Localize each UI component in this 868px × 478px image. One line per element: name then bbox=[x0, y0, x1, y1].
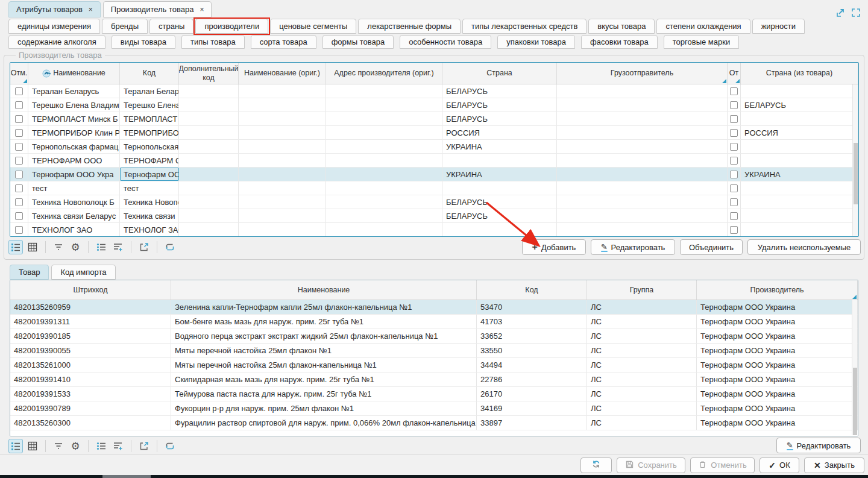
producer-row[interactable]: ТЕХНОЛОГ ЗАОТЕХНОЛОГ ЗАО bbox=[10, 223, 858, 237]
column-header[interactable]: Производитель bbox=[697, 280, 858, 300]
numbered-list-icon[interactable] bbox=[94, 240, 108, 254]
checkbox-cell[interactable] bbox=[10, 223, 28, 236]
producers-scrollbar[interactable] bbox=[852, 84, 858, 236]
column-header[interactable]: Страна (из товара) bbox=[741, 63, 858, 84]
column-header[interactable]: Код bbox=[120, 63, 179, 84]
column-header[interactable]: Группа bbox=[587, 280, 697, 300]
producer-row[interactable]: Техника связи БеларусТехника связиБЕЛАРУ… bbox=[10, 209, 858, 223]
settings-gear-icon[interactable]: ⚙ bbox=[68, 439, 83, 453]
tab-close-icon[interactable]: × bbox=[200, 5, 204, 14]
checkbox-cell[interactable] bbox=[728, 168, 741, 181]
row-checkbox[interactable] bbox=[730, 171, 738, 178]
checkbox-cell[interactable] bbox=[728, 140, 741, 153]
merge-button[interactable]: Объединить bbox=[680, 239, 743, 255]
column-header[interactable]: Код bbox=[477, 280, 587, 300]
ok-button[interactable]: ✓ОК bbox=[760, 458, 799, 473]
producer-row[interactable]: ТЕРМОПРИБОР Клин РТЕРМОПРИБОРРОССИЯРОССИ… bbox=[10, 126, 858, 140]
product-row[interactable]: 4820019391533Теймурова паста паста для н… bbox=[10, 387, 858, 401]
grid-view-icon[interactable] bbox=[25, 240, 40, 254]
checkbox-cell[interactable] bbox=[728, 112, 741, 125]
filter-icon[interactable] bbox=[51, 240, 66, 254]
row-checkbox[interactable] bbox=[15, 129, 23, 137]
column-header[interactable]: Отм. bbox=[10, 63, 28, 84]
checkbox-cell[interactable] bbox=[728, 181, 741, 195]
row-checkbox[interactable] bbox=[730, 101, 738, 109]
category-tab[interactable]: жирности bbox=[752, 19, 805, 34]
category-tab[interactable]: формы товара bbox=[322, 35, 394, 49]
row-checkbox[interactable] bbox=[730, 212, 738, 220]
checkbox-cell[interactable] bbox=[10, 140, 28, 153]
window-tab[interactable]: Атрибуты товаров× bbox=[8, 1, 101, 17]
row-checkbox[interactable] bbox=[15, 198, 23, 206]
checkbox-cell[interactable] bbox=[728, 98, 741, 112]
category-tab[interactable]: степени охлаждения bbox=[656, 19, 750, 34]
numbered-list-icon[interactable] bbox=[94, 439, 108, 453]
add-to-list-icon[interactable] bbox=[111, 439, 125, 453]
list-view-icon[interactable] bbox=[8, 240, 23, 254]
scrollbar-thumb[interactable] bbox=[854, 143, 858, 204]
producer-row[interactable]: Техника Новополоцк БТехника НовопоБЕЛАРУ… bbox=[10, 195, 858, 209]
checkbox-cell[interactable] bbox=[10, 84, 28, 98]
checkbox-cell[interactable] bbox=[10, 154, 28, 167]
add-button[interactable]: +Добавить bbox=[522, 239, 586, 255]
popout-icon[interactable] bbox=[835, 8, 845, 17]
category-tab[interactable]: торговые марки bbox=[664, 35, 739, 49]
save-button[interactable]: Сохранить bbox=[617, 458, 685, 473]
product-row[interactable]: 4820019391311Бом-бенге мазь мазь для нар… bbox=[10, 315, 858, 329]
producer-row[interactable]: ТЕРНОФАРМ ОООТЕРНОФАРМ ООО bbox=[10, 154, 858, 168]
row-checkbox[interactable] bbox=[15, 143, 23, 151]
tab-close-icon[interactable]: × bbox=[89, 5, 93, 14]
cancel-button[interactable]: Отменить bbox=[690, 458, 755, 473]
category-tab[interactable]: лекарственные формы bbox=[358, 19, 461, 34]
checkbox-cell[interactable] bbox=[728, 154, 741, 167]
producer-row[interactable]: Терешко Елена ВладимТерешко ЕленаБЕЛАРУС… bbox=[10, 98, 858, 112]
column-header[interactable]: Адрес производителя (ориг.) bbox=[326, 63, 442, 84]
products-tab[interactable]: Код импорта bbox=[51, 265, 115, 280]
row-checkbox[interactable] bbox=[15, 115, 23, 123]
column-header[interactable]: Наименование bbox=[28, 63, 120, 84]
checkbox-cell[interactable] bbox=[728, 209, 741, 222]
product-row[interactable]: 4820135260959Зеленина капли-Тернофарм ка… bbox=[10, 300, 858, 315]
open-external-icon[interactable] bbox=[137, 240, 151, 254]
product-row[interactable]: 4820019390185Водяного перца экстракт экс… bbox=[10, 329, 858, 344]
reload-icon[interactable] bbox=[163, 439, 177, 453]
close-button[interactable]: ✕Закрыть bbox=[804, 458, 864, 473]
column-header[interactable]: Наименование (ориг.) bbox=[239, 63, 326, 84]
category-tab[interactable]: фасовки товара bbox=[581, 35, 658, 49]
add-to-list-icon[interactable] bbox=[111, 240, 125, 254]
checkbox-cell[interactable] bbox=[728, 223, 741, 236]
refresh-button[interactable] bbox=[580, 458, 612, 473]
product-row[interactable]: 4820135260300Фурацилин раствор спиртовой… bbox=[10, 416, 858, 430]
checkbox-cell[interactable] bbox=[10, 112, 28, 125]
checkbox-cell[interactable] bbox=[10, 181, 28, 195]
products-tab[interactable]: Товар bbox=[10, 265, 49, 280]
category-tab[interactable]: упаковки товара bbox=[497, 35, 575, 49]
category-tab[interactable]: содержание алкоголя bbox=[8, 35, 105, 49]
checkbox-cell[interactable] bbox=[10, 168, 28, 181]
scrollbar-thumb[interactable] bbox=[853, 368, 857, 435]
column-header[interactable]: От bbox=[728, 63, 741, 84]
category-tab[interactable]: ценовые сегменты bbox=[270, 19, 356, 34]
column-header[interactable]: Наименование bbox=[171, 280, 477, 300]
row-checkbox[interactable] bbox=[730, 157, 738, 165]
checkbox-cell[interactable] bbox=[728, 84, 741, 98]
sort-asc-icon[interactable] bbox=[42, 69, 51, 78]
column-header[interactable]: Дополнительный код bbox=[179, 63, 239, 84]
producer-row[interactable]: Тернопольская фармацТернопольскаяУКРАИНА bbox=[10, 140, 858, 154]
column-header[interactable]: Штрихкод bbox=[10, 280, 171, 300]
category-tab[interactable]: единицы измерения bbox=[8, 19, 100, 34]
row-checkbox[interactable] bbox=[15, 157, 23, 165]
open-external-icon[interactable] bbox=[137, 439, 151, 453]
producer-row[interactable]: Тернофарм ООО УкраТернофарм ОООУКРАИНАУК… bbox=[10, 168, 858, 181]
row-checkbox[interactable] bbox=[15, 212, 23, 220]
reload-icon[interactable] bbox=[163, 240, 177, 254]
category-tab[interactable]: страны bbox=[149, 19, 193, 34]
producer-row[interactable]: ТЕРМОПЛАСТ Минск БТЕРМОПЛАСТ МБЕЛАРУСЬ bbox=[10, 112, 858, 126]
product-row[interactable]: 4820019390055Мяты перечной настойка 25мл… bbox=[10, 344, 858, 358]
category-tab[interactable]: особенности товара bbox=[400, 35, 491, 49]
products-edit-button[interactable]: ✎Редактировать bbox=[776, 438, 861, 453]
product-row[interactable]: 4820135261000Мяты перечной настойка 25мл… bbox=[10, 358, 858, 373]
row-checkbox[interactable] bbox=[15, 87, 23, 95]
checkbox-cell[interactable] bbox=[10, 126, 28, 139]
category-tab[interactable]: производители bbox=[195, 19, 268, 34]
